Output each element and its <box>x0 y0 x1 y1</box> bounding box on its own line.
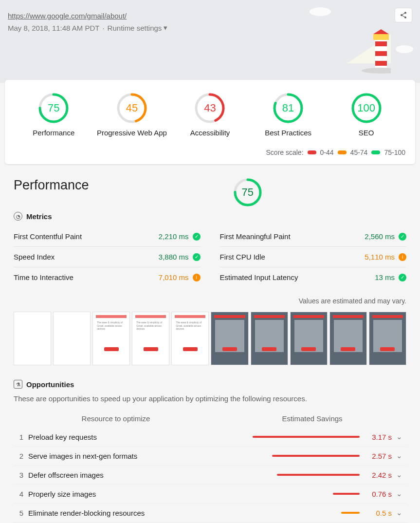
opportunity-savings: 2.57 s <box>363 452 392 460</box>
savings-bar <box>277 474 360 476</box>
filmstrip-frame <box>53 312 91 365</box>
score-scale-label: Score scale: <box>266 149 304 156</box>
score-label: Performance <box>15 129 93 137</box>
chevron-down-icon[interactable]: ⌄ <box>392 432 406 441</box>
metric-value: 13 ms <box>375 273 395 281</box>
filmstrip-frame <box>329 312 367 365</box>
report-header: https://www.google.com/gmail/about/ May … <box>0 0 420 83</box>
filmstrip: The ease & simplicity of Gmail, availabl… <box>14 312 406 365</box>
score-value: 43 <box>194 93 225 124</box>
metric-row: Speed Index 3,880 ms ✓ <box>14 247 201 267</box>
chevron-down-icon[interactable]: ⌄ <box>392 489 406 498</box>
metric-name: First CPU Idle <box>220 253 265 261</box>
share-button[interactable] <box>395 8 412 22</box>
opportunity-savings: 0.76 s <box>363 490 392 498</box>
svg-point-9 <box>362 68 391 74</box>
opportunity-row[interactable]: 4 Properly size images 0.76 s ⌄ <box>14 485 406 504</box>
opportunity-index: 4 <box>14 490 28 498</box>
chevron-down-icon[interactable]: ⌄ <box>392 470 406 479</box>
score-value: 75 <box>38 93 69 124</box>
filmstrip-frame <box>290 312 328 365</box>
metric-row: First Contentful Paint 2,210 ms ✓ <box>14 226 201 247</box>
performance-section-title: Performance <box>14 178 89 193</box>
scores-summary-card: 75 Performance 45 Progressive Web App 43… <box>5 80 415 164</box>
performance-gauge-value: 75 <box>233 178 262 207</box>
score-best practices[interactable]: 81 Best Practices <box>249 93 328 137</box>
chevron-down-icon[interactable]: ⌄ <box>392 508 406 517</box>
savings-bar <box>253 436 360 438</box>
cloud-icon <box>308 5 332 17</box>
opportunity-row[interactable]: 5 Eliminate render-blocking resources 0.… <box>14 504 406 523</box>
score-label: Accessibility <box>171 129 249 137</box>
metrics-note: Values are estimated and may vary. <box>14 297 406 305</box>
svg-point-0 <box>310 7 331 16</box>
share-icon <box>400 11 407 19</box>
svg-rect-5 <box>375 51 387 56</box>
check-icon: ✓ <box>193 233 201 241</box>
scale-pill-pass <box>371 150 380 154</box>
score-accessibility[interactable]: 43 Accessibility <box>171 93 249 137</box>
score-label: Progressive Web App <box>93 129 171 137</box>
metrics-header: ◔ Metrics <box>14 212 406 221</box>
scale-pill-avg <box>338 150 347 154</box>
chevron-down-icon: ▾ <box>164 23 167 32</box>
metric-value: 7,010 ms <box>159 273 189 281</box>
score-performance[interactable]: 75 Performance <box>15 93 93 137</box>
filmstrip-frame: The ease & simplicity of Gmail, availabl… <box>92 312 130 365</box>
filmstrip-frame <box>369 312 406 365</box>
score-progressive web app[interactable]: 45 Progressive Web App <box>93 93 171 137</box>
metric-value: 3,880 ms <box>159 253 189 261</box>
filmstrip-frame: The ease & simplicity of Gmail, availabl… <box>132 312 169 365</box>
filmstrip-frame <box>211 312 248 365</box>
opportunity-name: Serve images in next-gen formats <box>28 452 213 460</box>
score-seo[interactable]: 100 SEO <box>327 93 405 137</box>
lighthouse-icon <box>347 29 391 83</box>
metric-row: First CPU Idle 5,110 ms i <box>220 247 407 267</box>
stopwatch-icon: ◔ <box>14 212 22 221</box>
audited-url[interactable]: https://www.google.com/gmail/about/ <box>8 12 127 20</box>
opportunity-row[interactable]: 1 Preload key requests 3.17 s ⌄ <box>14 428 406 447</box>
score-scale-legend: Score scale: 0-44 45-74 75-100 <box>15 149 405 156</box>
score-label: Best Practices <box>249 129 328 137</box>
check-icon: ✓ <box>193 253 201 261</box>
svg-rect-4 <box>375 41 387 46</box>
filmstrip-frame: The ease & simplicity of Gmail, availabl… <box>171 312 209 365</box>
opportunities-table-header: Resource to optimize Estimated Savings <box>14 410 406 428</box>
opportunity-name: Defer offscreen images <box>28 471 213 479</box>
svg-point-1 <box>396 45 413 53</box>
svg-marker-8 <box>373 29 389 34</box>
savings-bar <box>333 493 360 495</box>
info-icon: i <box>193 274 201 281</box>
opportunity-name: Properly size images <box>28 490 213 498</box>
opportunity-name: Eliminate render-blocking resources <box>28 509 213 517</box>
opportunity-row[interactable]: 3 Defer offscreen images 2.42 s ⌄ <box>14 466 406 485</box>
metric-value: 5,110 ms <box>365 253 395 261</box>
opportunity-savings: 0.5 s <box>363 509 392 517</box>
info-icon: i <box>399 253 406 261</box>
metric-row: Estimated Input Latency 13 ms ✓ <box>220 267 407 287</box>
check-icon: ✓ <box>399 274 406 281</box>
filmstrip-frame <box>251 312 288 365</box>
runtime-settings-label: Runtime settings <box>108 24 162 32</box>
metric-name: Estimated Input Latency <box>220 273 298 281</box>
opportunities-header: ⚗ Opportunities <box>14 380 406 389</box>
opportunity-row[interactable]: 2 Serve images in next-gen formats 2.57 … <box>14 447 406 466</box>
scale-pill-fail <box>308 150 316 154</box>
opportunity-index: 2 <box>14 452 28 460</box>
metric-value: 2,560 ms <box>365 232 395 241</box>
score-label: SEO <box>327 129 405 137</box>
metric-row: Time to Interactive 7,010 ms i <box>14 267 201 287</box>
opportunity-savings: 2.42 s <box>363 471 392 479</box>
svg-rect-6 <box>375 61 387 66</box>
savings-bar <box>272 455 360 457</box>
chevron-down-icon[interactable]: ⌄ <box>392 451 406 460</box>
opportunity-name: Preload key requests <box>28 433 213 441</box>
metric-name: First Contentful Paint <box>14 232 82 241</box>
lab-icon: ⚗ <box>14 380 22 389</box>
savings-bar <box>341 512 360 514</box>
metric-name: Time to Interactive <box>14 273 73 281</box>
performance-gauge: 75 <box>233 178 262 207</box>
opportunity-index: 5 <box>14 509 28 517</box>
metric-name: Speed Index <box>14 253 55 261</box>
runtime-settings-toggle[interactable]: Runtime settings ▾ <box>108 23 168 32</box>
